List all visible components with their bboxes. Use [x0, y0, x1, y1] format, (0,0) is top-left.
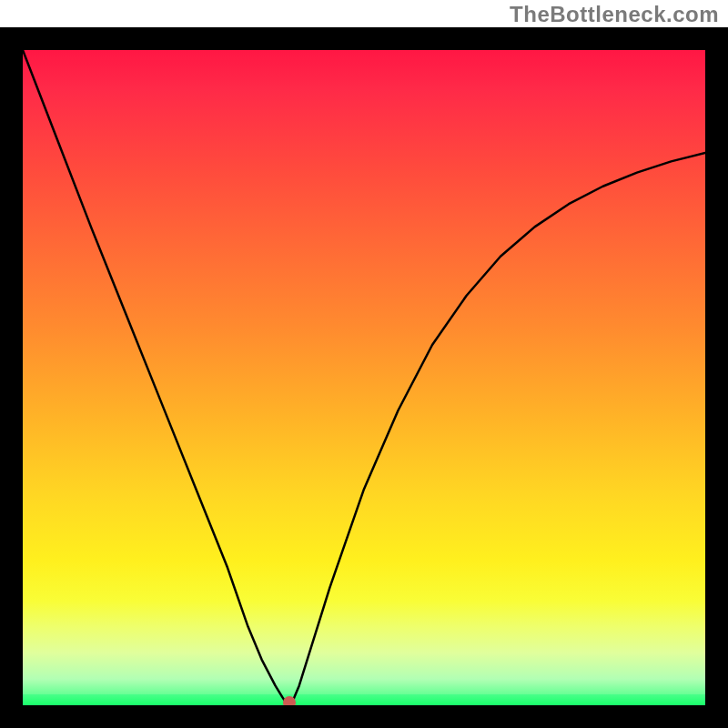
bottleneck-curve	[23, 50, 705, 705]
chart-frame: TheBottleneck.com	[0, 0, 728, 728]
watermark-text: TheBottleneck.com	[510, 2, 719, 27]
plot-area	[23, 50, 705, 705]
optimal-point-marker	[283, 696, 296, 705]
